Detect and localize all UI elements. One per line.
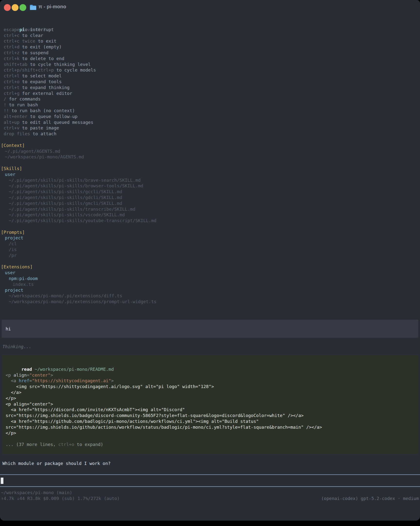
context-sections: [Context]~/.pi/agent/AGENTS.md~/workspac…	[0, 137, 420, 305]
titlebar: π - pi-mono	[0, 0, 420, 14]
code-line: ... (37 more lines, ctrl+o to expand)	[6, 442, 418, 447]
section-path: ~/.pi/agent/skills/pi-skills/vscode/SKIL…	[0, 212, 420, 218]
shortcut-line: alt+enter to queue follow-up	[0, 114, 420, 120]
shortcut-line: shift+tab to cycle thinking level	[0, 61, 420, 67]
text-cursor	[1, 478, 3, 484]
shortcut-line: escape to interrupt	[0, 27, 420, 33]
section-path: /is	[0, 247, 420, 253]
shortcut-line: ctrl+c to clear	[0, 33, 420, 39]
code-line: <p align="center">	[6, 401, 418, 407]
code-line: <a href="https://github.com/badlogic/pi-…	[6, 418, 418, 424]
section-path: ~/workspaces/pi-mono/AGENTS.md	[0, 154, 420, 160]
minimize-button[interactable]	[12, 4, 19, 11]
tool-name: read	[21, 367, 32, 372]
thinking-indicator: Thinking...	[2, 344, 31, 350]
code-line: src="https://img.shields.io/badge/discor…	[6, 413, 418, 418]
zoom-button[interactable]	[20, 4, 26, 11]
shortcut-line: ctrl+p/shift+ctrl+p to cycle models	[0, 67, 420, 73]
shortcut-line: ctrl+z to suspend	[0, 50, 420, 56]
section-header: [Prompts]	[0, 229, 420, 235]
code-line: src="https://img.shields.io/github/actio…	[6, 424, 418, 430]
section-path: ~/.pi/agent/skills/pi-skills/transcribe/…	[0, 206, 420, 212]
shortcut-line: ctrl+g for external editor	[0, 91, 420, 96]
section-path: /cl	[0, 241, 420, 247]
spacer-line	[0, 258, 420, 264]
shortcut-line: ctrl+d to exit (empty)	[0, 44, 420, 50]
section-path: /pr	[0, 253, 420, 258]
spacer-line	[0, 223, 420, 229]
section-scope: npm:pi-doom	[0, 276, 420, 282]
shortcut-line: ctrl+l to select model	[0, 73, 420, 79]
section-path: ~/workspaces/pi-mono/.pi/extensions/diff…	[0, 293, 420, 299]
terminal-window: π - pi-mono piv0.49.3 escape to interrup…	[0, 0, 420, 521]
shortcut-line: alt+up to edit all queued messages	[0, 120, 420, 125]
shortcut-line: ctrl+c twice to exit	[0, 38, 420, 44]
tool-argument: ~/workspaces/pi-mono/README.md	[35, 367, 114, 372]
code-line: </p>	[6, 395, 418, 401]
section-path: ~/.pi/agent/skills/pi-skills/gccli/SKILL…	[0, 189, 420, 195]
shortcut-line: ctrl+o to expand tools	[0, 79, 420, 85]
section-path: ~/.pi/agent/skills/pi-skills/youtube-tra…	[0, 218, 420, 223]
app-version-line: piv0.49.3	[0, 21, 420, 27]
section-scope: user	[0, 172, 420, 177]
section-header: [Extensions]	[0, 264, 420, 270]
shortcut-line: / for commands	[0, 96, 420, 102]
tool-output-code: <p align="center"> <a href="https://shit…	[6, 366, 418, 447]
window-title: π - pi-mono	[39, 4, 66, 10]
section-path: ~/workspaces/pi-mono/.pi/extensions/prom…	[0, 299, 420, 305]
section-scope: project	[0, 287, 420, 293]
shortcut-line: ! to run bash	[0, 102, 420, 108]
shortcut-line: !! to run bash (no context)	[0, 108, 420, 114]
startup-banner: piv0.49.3 escape to interruptctrl+c to c…	[0, 21, 420, 305]
section-path: ~/.pi/agent/skills/pi-skills/browser-too…	[0, 183, 420, 189]
shortcut-line: drop files to attach	[0, 131, 420, 137]
section-path: index.ts	[0, 282, 420, 287]
code-line	[6, 436, 418, 442]
code-line: </p>	[6, 430, 418, 436]
code-line: <a href="https://discord.com/invite/nKXT…	[6, 407, 418, 413]
spacer-line	[0, 137, 420, 142]
spacer-line	[0, 160, 420, 166]
statusbar: ~/workspaces/pi-mono (main) ↑4.7k ↓44 R3…	[0, 490, 420, 501]
close-button[interactable]	[4, 4, 11, 11]
code-line: </a>	[6, 390, 418, 395]
section-path: ~/.pi/agent/AGENTS.md	[0, 148, 420, 154]
section-path: ~/.pi/agent/skills/pi-skills/gmcli/SKILL…	[0, 201, 420, 206]
assistant-message: Which module or package should I work on…	[2, 461, 111, 466]
shortcut-line: ctrl+v to paste image	[0, 125, 420, 131]
section-header: [Skills]	[0, 166, 420, 172]
tool-call-header: read~/workspaces/pi-mono/README.md	[6, 361, 418, 366]
section-path: ~/.pi/agent/skills/pi-skills/gdcli/SKILL…	[0, 195, 420, 201]
section-header: [Context]	[0, 142, 420, 148]
user-message-text: hi	[2, 326, 11, 331]
code-line: <p align="center">	[6, 372, 418, 378]
code-line: <img src="https://shittycodingagent.ai/l…	[6, 384, 418, 390]
code-line: <a href="https://shittycodingagent.ai">	[6, 378, 418, 384]
shortcut-line: ctrl+t to expand thinking	[0, 85, 420, 91]
section-path: ~/.pi/agent/skills/pi-skills/brave-searc…	[0, 177, 420, 183]
prompt-input[interactable]	[0, 475, 420, 487]
cwd-branch: ~/workspaces/pi-mono (main)	[0, 490, 420, 496]
folder-icon	[30, 5, 37, 11]
section-scope: project	[0, 235, 420, 241]
user-message: hi	[2, 320, 418, 338]
tool-call-block: read~/workspaces/pi-mono/README.md <p al…	[2, 355, 418, 454]
shortcut-help-list: escape to interruptctrl+c to clearctrl+c…	[0, 27, 420, 137]
model-indicator: (openai-codex) gpt-5.2-codex · medium	[321, 496, 419, 501]
section-scope: user	[0, 270, 420, 276]
shortcut-line: ctrl+k to delete to end	[0, 56, 420, 61]
